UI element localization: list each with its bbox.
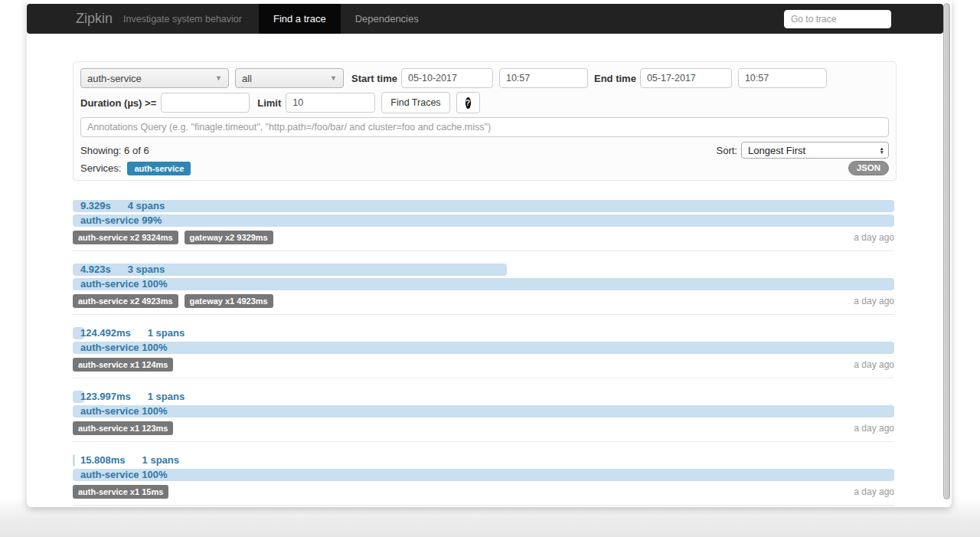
sort-select[interactable]: Longest First ▲▼ [741,142,889,159]
annotations-query-input[interactable] [80,117,889,137]
trace-badge-line: auth-service x1 15msa day ago [73,485,894,499]
trace-duration-line: 124.492ms1 spans [73,327,894,339]
trace-age: a day ago [854,359,894,370]
caret-down-icon: ▼ [330,74,337,82]
trace-service-line: auth-service 100% [73,342,894,354]
trace-duration-value: 9.329s [80,200,111,211]
trace-row[interactable]: 9.329s4 spansauth-service 99%auth-servic… [73,200,894,244]
service-badge[interactable]: auth-service [127,162,191,175]
service-select[interactable]: auth-service ▼ [80,68,229,88]
services-label: Services: [80,162,121,174]
trace-badge-line: auth-service x2 4923msgateway x1 4923msa… [73,294,894,308]
browser-page: Zipkin Investigate system behavior Find … [27,0,952,507]
question-icon: ? [466,97,471,109]
tab-find-a-trace[interactable]: Find a trace [259,4,341,34]
trace-span-badge: gateway x1 4923ms [185,294,273,308]
trace-age: a day ago [854,486,894,497]
service-select-value: auth-service [87,73,142,84]
trace-list: 9.329s4 spansauth-service 99%auth-servic… [73,200,894,518]
trace-span-badge: auth-service x2 4923ms [73,294,178,308]
caret-down-icon: ▼ [215,74,222,82]
nav-tabs: Find a trace Dependencies [259,4,433,34]
trace-service-line: auth-service 100% [73,278,894,290]
trace-age: a day ago [854,423,894,434]
service-badge-list: auth-service [127,161,191,175]
trace-row[interactable]: 15.808ms1 spansauth-service 100%auth-ser… [73,454,894,499]
limit-label: Limit [257,97,281,109]
trace-service-percent: auth-service 100% [73,405,894,417]
trace-badge-line: auth-service x1 124msa day ago [73,358,894,372]
help-button[interactable]: ? [456,92,480,113]
trace-service-line: auth-service 99% [73,214,894,227]
trace-duration-value: 124.492ms [80,327,131,339]
trace-badge-line: auth-service x2 9324msgateway x2 9329msa… [73,231,894,244]
trace-duration-text: 15.808ms1 spans [73,454,894,467]
trace-duration-text: 9.329s4 spans [73,200,894,212]
trace-span-badge: auth-service x1 123ms [73,421,173,435]
trace-duration-line: 9.329s4 spans [73,200,894,212]
sort-select-value: Longest First [748,145,805,156]
go-to-trace-input[interactable] [784,10,891,28]
trace-duration-text: 123.997ms1 spans [73,391,894,403]
trace-duration-text: 4.923s3 spans [73,264,894,276]
end-time-label: End time [594,73,636,84]
trace-duration-value: 15.808ms [80,454,126,466]
trace-separator [73,314,894,315]
find-traces-button[interactable]: Find Traces [381,92,449,113]
trace-separator [73,250,894,251]
scrollbar-thumb[interactable] [943,3,950,499]
top-navbar: Zipkin Investigate system behavior Find … [27,4,943,34]
trace-service-line: auth-service 100% [73,469,894,481]
trace-separator [73,378,894,378]
end-time-input[interactable] [738,68,827,88]
trace-span-count: 3 spans [128,264,165,275]
trace-span-count: 1 spans [148,391,185,402]
navbar-tagline: Investigate system behavior [123,14,242,25]
trace-row[interactable]: 123.997ms1 spansauth-service 100%auth-se… [73,391,894,435]
json-button[interactable]: JSON [848,161,889,175]
trace-age: a day ago [854,296,894,306]
trace-service-line: auth-service 100% [73,405,894,417]
trace-duration-line: 4.923s3 spans [73,264,894,276]
trace-duration-text: 124.492ms1 spans [73,327,894,339]
span-select-value: all [242,73,252,84]
sort-label: Sort: [717,145,737,156]
trace-separator [73,505,894,506]
trace-age: a day ago [854,232,894,243]
span-select[interactable]: all ▼ [235,68,344,88]
sort-arrows-icon: ▲▼ [880,146,884,154]
trace-span-count: 1 spans [142,454,179,466]
duration-label: Duration (µs) >= [80,97,156,109]
trace-service-percent: auth-service 100% [73,278,894,290]
trace-row[interactable]: 124.492ms1 spansauth-service 100%auth-se… [73,327,894,372]
trace-separator [73,441,894,442]
trace-row[interactable]: 4.923s3 spansauth-service 100%auth-servi… [73,264,894,308]
trace-duration-line: 15.808ms1 spans [73,454,894,467]
limit-input[interactable] [286,93,375,113]
start-time-label: Start time [351,73,397,84]
search-panel: auth-service ▼ all ▼ Start time End time… [73,61,897,181]
trace-span-badge: auth-service x1 124ms [73,358,173,372]
start-time-input[interactable] [499,68,588,88]
scrollbar-track[interactable] [942,2,952,504]
trace-service-percent: auth-service 100% [73,342,894,354]
end-date-input[interactable] [640,68,732,88]
trace-span-count: 4 spans [128,200,165,211]
trace-duration-value: 123.997ms [80,391,131,402]
trace-badge-line: auth-service x1 123msa day ago [73,421,894,435]
trace-span-count: 1 spans [148,327,185,339]
start-date-input[interactable] [401,68,493,88]
trace-span-badge: auth-service x1 15ms [73,485,168,499]
trace-duration-value: 4.923s [80,264,111,275]
zipkin-brand[interactable]: Zipkin [76,11,113,27]
showing-count: Showing: 6 of 6 [80,145,149,156]
duration-input[interactable] [161,93,250,113]
trace-span-badge: gateway x2 9329ms [185,231,273,244]
trace-service-percent: auth-service 99% [73,214,894,227]
trace-duration-line: 123.997ms1 spans [73,391,894,403]
trace-span-badge: auth-service x2 9324ms [73,231,178,244]
trace-service-percent: auth-service 100% [73,469,894,481]
tab-dependencies[interactable]: Dependencies [341,4,433,34]
